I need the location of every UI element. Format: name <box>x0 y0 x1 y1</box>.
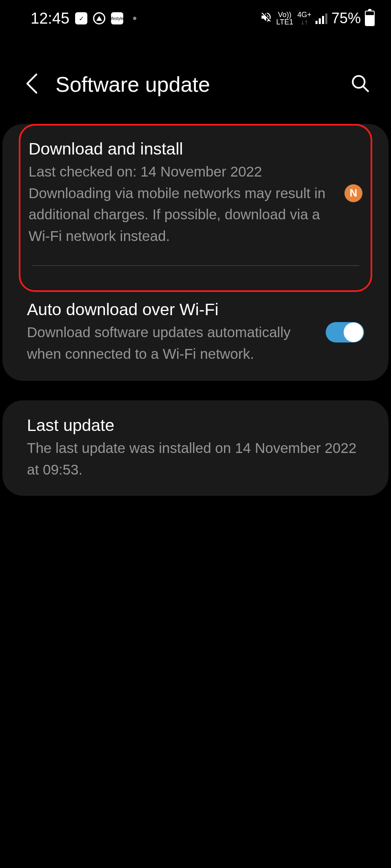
more-notifications-icon <box>133 17 136 20</box>
app-notification-icon-2: ifestyle <box>111 12 123 24</box>
mute-icon <box>260 10 272 27</box>
page-title: Software update <box>56 72 330 97</box>
settings-card-1: Download and install Last checked on: 14… <box>2 124 389 381</box>
status-left: 12:45 ✓ ifestyle <box>31 10 136 27</box>
svg-line-1 <box>363 86 368 91</box>
auto-download-item[interactable]: Auto download over Wi-Fi Download softwa… <box>2 292 389 381</box>
status-bar: 12:45 ✓ ifestyle Vo)) LTE1 4G+ ↓↑ 75% <box>0 0 391 37</box>
battery-icon <box>365 11 375 26</box>
highlighted-area: Download and install Last checked on: 14… <box>19 124 372 292</box>
download-install-title: Download and install <box>29 139 332 159</box>
last-update-title: Last update <box>27 416 364 435</box>
chevron-left-icon <box>24 72 39 95</box>
signal-strength-icon <box>315 13 327 24</box>
data-arrows-icon: ↓↑ <box>301 18 308 26</box>
download-install-last-checked: Last checked on: 14 November 2022 <box>29 161 332 183</box>
divider <box>32 265 359 266</box>
settings-card-2: Last update The last update was installe… <box>2 400 389 496</box>
status-right: Vo)) LTE1 4G+ ↓↑ 75% <box>260 10 375 27</box>
toggle-knob <box>344 322 363 342</box>
page-header: Software update <box>0 37 391 124</box>
network-type-indicator: 4G+ ↓↑ <box>297 11 311 26</box>
last-update-desc: The last update was installed on 14 Nove… <box>27 437 364 480</box>
auto-download-title: Auto download over Wi-Fi <box>27 300 313 319</box>
auto-download-desc: Download software updates automatically … <box>27 322 313 364</box>
last-update-item[interactable]: Last update The last update was installe… <box>2 400 389 496</box>
notification-badge: N <box>344 184 362 202</box>
app-notification-icon <box>93 12 105 24</box>
search-button[interactable] <box>346 69 375 99</box>
battery-percent: 75% <box>331 10 361 27</box>
download-install-warning: Downloading via mobile networks may resu… <box>29 183 332 247</box>
download-install-item[interactable]: Download and install Last checked on: 14… <box>20 126 371 290</box>
auto-download-toggle[interactable] <box>326 322 364 342</box>
back-button[interactable] <box>24 72 39 97</box>
checkbox-notification-icon: ✓ <box>75 12 87 24</box>
status-time: 12:45 <box>31 10 69 27</box>
volte-indicator: Vo)) LTE1 <box>276 11 293 26</box>
search-icon <box>350 73 371 94</box>
content: Download and install Last checked on: 14… <box>0 124 391 496</box>
